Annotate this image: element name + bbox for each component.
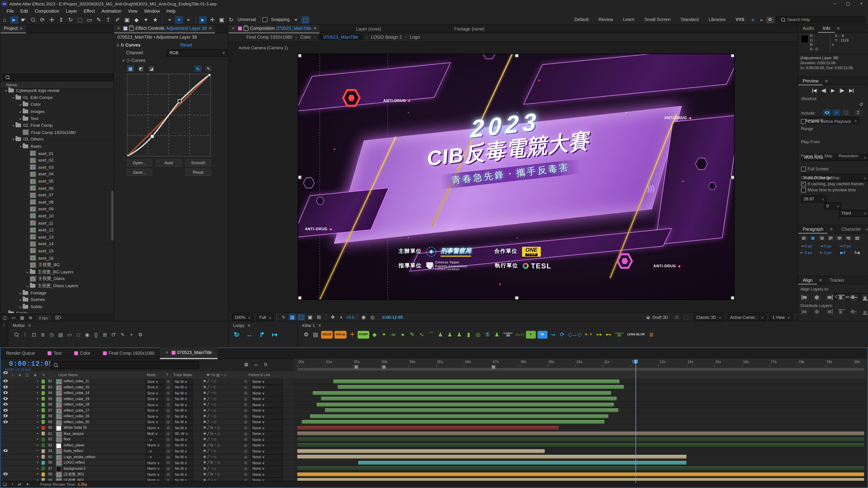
layer-switches[interactable]: ✱ ╱ fx ◔ ◇ [203, 425, 220, 430]
composition-stage[interactable]: ⟩⟩⟩ ⟩⟩⟩ ANTI-DRUG ◀ ANTI-DRUG ◀ ANTI-DRU… [298, 54, 734, 299]
project-search-input[interactable] [3, 74, 114, 81]
curves-reset-button[interactable]: Reset [185, 169, 211, 176]
parent-pickwhip-icon[interactable]: ◎ [244, 402, 247, 407]
kbar-script-icon[interactable]: SOLID [321, 331, 333, 338]
align-v-center-button[interactable] [849, 294, 858, 301]
kbar-script-icon[interactable]: ▮ [465, 331, 472, 338]
workspace-small-screen[interactable]: Small Screen [645, 17, 671, 22]
layer-track[interactable] [294, 390, 866, 396]
parent-pickwhip-icon[interactable]: ◎ [244, 442, 247, 448]
layer-switches[interactable]: ✱ ╱ ◔ ◇ [203, 419, 216, 424]
kbar-script-icon[interactable]: ⟳ [558, 331, 566, 338]
track-matte-dropdown[interactable]: No M ∨ [174, 408, 193, 414]
hand-tool[interactable]: ☛ [20, 16, 28, 24]
mobar-tool-icon[interactable]: ▤ [57, 331, 64, 338]
kbar-script-icon[interactable]: ✛ [348, 331, 356, 338]
layer-name[interactable]: reflect_cube_16 [64, 413, 89, 418]
channel-show-icon[interactable]: ❖ [329, 314, 337, 320]
layer-expander-icon[interactable]: ▸ [37, 384, 39, 390]
layer-track[interactable] [294, 466, 866, 471]
layer-track[interactable] [294, 471, 866, 477]
parent-link-dropdown[interactable]: None ∨ [251, 454, 283, 460]
blend-mode-dropdown[interactable]: - ∨ [146, 437, 164, 442]
parent-link-dropdown[interactable]: None ∨ [251, 425, 283, 431]
parent-pickwhip-icon[interactable]: ◎ [244, 448, 247, 453]
view-axis-mode[interactable]: ⌖ [184, 16, 193, 24]
layer-expander-icon[interactable]: ▸ [37, 471, 39, 477]
tab-project[interactable]: Project≡ [0, 25, 26, 33]
project-item[interactable]: aset_13 [0, 234, 113, 241]
distribute-align-right-button[interactable] [825, 308, 834, 316]
layer-name[interactable]: reflect_cube_15 [64, 384, 89, 390]
parent-link-dropdown[interactable]: None ∨ [251, 414, 283, 419]
project-item[interactable]: aset_03 [0, 164, 113, 171]
parent-link-dropdown[interactable]: None ∨ [251, 431, 283, 436]
layer-label-swatch[interactable] [41, 414, 45, 418]
layer-duration-bar[interactable] [297, 466, 864, 470]
layer-name[interactable]: Logo_stroke_reflect [64, 454, 95, 459]
project-item[interactable]: aset_16 [0, 255, 113, 262]
brush-tool[interactable]: ✐ [114, 16, 122, 24]
layer-expander-icon[interactable]: ▸ [37, 390, 39, 395]
project-item[interactable]: 主視覺_BG [0, 262, 113, 269]
viewer-timecode[interactable]: 0:00:12:05 [382, 315, 403, 320]
minimize-button[interactable]: – [828, 0, 842, 8]
track-matte-dropdown[interactable]: No M ∨ [174, 460, 193, 466]
parent-link-dropdown[interactable]: None ∨ [251, 408, 283, 414]
blend-mode-dropdown[interactable]: Norm ∨ [146, 443, 164, 448]
layer-track[interactable] [294, 384, 866, 390]
preserve-transparency-icon[interactable]: ◎ [166, 379, 170, 384]
layer-row[interactable]: ▸85reflect_cube_19Scre ∨◎No M ∨✱ ╱ ◔ ◇◎N… [0, 396, 294, 402]
play-cached-checkbox[interactable] [801, 182, 806, 186]
region-tool[interactable]: ⬚ [76, 16, 84, 24]
layer-expander-icon[interactable]: ▸ [37, 408, 39, 413]
breadcrumb-5[interactable]: Logo [410, 35, 420, 40]
timeline-tab-final-comp-1920x1080[interactable]: Final Comp 1920x1080 [96, 348, 160, 359]
layer-track[interactable] [294, 425, 866, 431]
kbar-script-icon[interactable]: W [537, 331, 547, 338]
layer-label-swatch[interactable] [41, 466, 45, 470]
indent-right-field[interactable]: ⇤ 0 px [800, 251, 812, 255]
menu-edit[interactable]: Edit [17, 9, 31, 14]
layer-name[interactable]: White Solid 25 [64, 425, 87, 430]
lock-icon[interactable] [243, 26, 248, 31]
resolution-dropdown[interactable]: Full∨ [256, 313, 274, 321]
project-flowchart-icon[interactable]: ⊕ [29, 315, 32, 320]
layer-row[interactable]: ▸87reflect_cube_17Scre ∨◎No M ∨✱ ╱ ◔ ◇◎N… [0, 408, 294, 414]
magnification-dropdown[interactable]: 100%∨ [232, 313, 253, 321]
align-right-button[interactable] [825, 294, 834, 301]
parent-link-dropdown[interactable]: None ∨ [251, 420, 283, 425]
parent-pickwhip-icon[interactable]: ◎ [244, 384, 247, 390]
timeline-tab-color[interactable]: Color [67, 348, 96, 359]
blend-mode-dropdown[interactable]: Scre ∨ [146, 390, 164, 396]
layer-name[interactable]: reflect_cube_20 [64, 419, 89, 424]
transparency-grid-icon[interactable]: ▦ [288, 314, 296, 320]
parent-pickwhip-icon[interactable]: ◎ [244, 460, 247, 465]
layer-label-swatch[interactable] [41, 420, 45, 424]
snapping-checkbox[interactable] [263, 17, 268, 22]
layer-name[interactable]: floor [64, 436, 71, 442]
layer-switches[interactable]: ✱ ╱ fx ◔ ◇ [203, 460, 220, 465]
region-of-interest-icon[interactable]: ▣ [306, 314, 314, 320]
home-tool[interactable]: ⌂ [0, 16, 9, 24]
blend-mode-dropdown[interactable]: - ∨ [146, 454, 164, 460]
blend-mode-dropdown[interactable]: Scre ∨ [146, 420, 164, 425]
project-item[interactable]: ▾02. Final Comp [0, 122, 113, 129]
kbar-script-icon[interactable]: ↝ [549, 331, 557, 338]
menu-view[interactable]: View [125, 9, 141, 14]
parent-pickwhip-icon[interactable]: ◎ [244, 390, 247, 395]
dock-tab[interactable]: i [0, 323, 8, 327]
mobar-tool-icon[interactable]: ⊞ [101, 331, 108, 338]
expander-closed-icon[interactable]: ▸ [18, 298, 23, 302]
prev-frame-button[interactable]: ◀| [822, 88, 826, 93]
move-mode[interactable]: ✛ [208, 16, 217, 24]
interpret-footage-icon[interactable]: ◫ [3, 315, 7, 320]
blend-mode-dropdown[interactable]: Norm ∨ [146, 472, 164, 477]
parent-link-dropdown[interactable]: None ∨ [251, 466, 283, 471]
full-screen-checkbox[interactable] [801, 166, 806, 171]
expander-closed-icon[interactable]: ▸ [18, 117, 23, 121]
view-layout-dropdown[interactable]: 1 View∨ [770, 313, 793, 321]
live-update-icon[interactable]: ⧉ [264, 362, 267, 367]
layer-row[interactable]: ▸98[主視覺_BG]Norm ∨◎No M ∨✱ ╱ fx ◔ ◇◎None … [0, 471, 294, 477]
project-item[interactable]: aset_12 [0, 227, 113, 234]
